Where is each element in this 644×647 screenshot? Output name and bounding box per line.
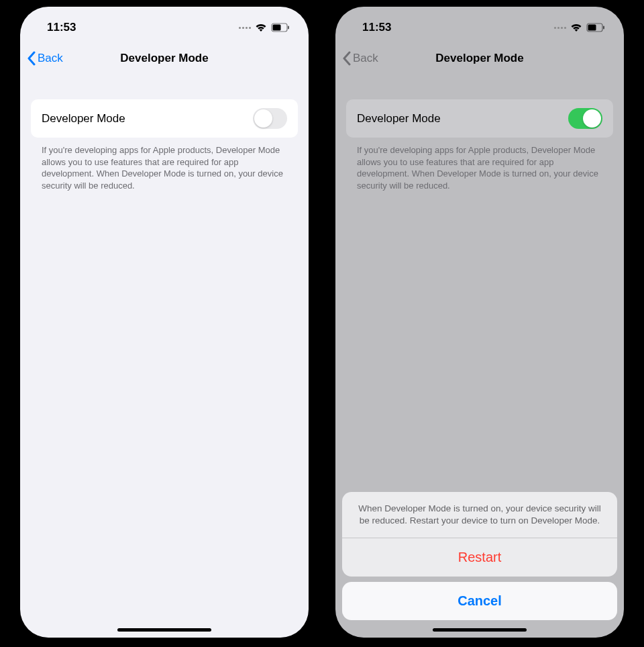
svg-rect-4 bbox=[588, 25, 596, 31]
battery-icon bbox=[586, 23, 605, 32]
phone-screenshot-left: 11:53 Back bbox=[20, 7, 309, 638]
page-title: Developer Mode bbox=[335, 52, 624, 65]
action-sheet-group: When Developer Mode is turned on, your d… bbox=[342, 492, 617, 577]
cancel-button[interactable]: Cancel bbox=[342, 582, 617, 620]
battery-icon bbox=[271, 23, 290, 32]
action-sheet: When Developer Mode is turned on, your d… bbox=[342, 492, 617, 620]
svg-rect-2 bbox=[288, 26, 289, 30]
clock-time: 11:53 bbox=[362, 21, 391, 34]
clock-time: 11:53 bbox=[47, 21, 76, 34]
developer-mode-label: Developer Mode bbox=[357, 112, 441, 126]
back-label: Back bbox=[353, 52, 378, 65]
phone-screenshot-right: 11:53 Back Developer Mode Developer bbox=[335, 7, 624, 638]
back-label: Back bbox=[38, 52, 63, 65]
back-button[interactable]: Back bbox=[27, 51, 63, 66]
restart-button[interactable]: Restart bbox=[342, 538, 617, 577]
chevron-left-icon bbox=[342, 51, 351, 66]
developer-mode-description: If you're developing apps for Apple prod… bbox=[31, 138, 298, 191]
toggle-knob bbox=[583, 109, 601, 128]
content-area: Developer Mode If you're developing apps… bbox=[20, 72, 309, 638]
developer-mode-row[interactable]: Developer Mode bbox=[31, 99, 298, 138]
developer-mode-row[interactable]: Developer Mode bbox=[346, 99, 613, 138]
nav-bar: Back Developer Mode bbox=[335, 44, 624, 72]
cellular-icon bbox=[554, 27, 566, 29]
svg-rect-5 bbox=[603, 26, 604, 30]
chevron-left-icon bbox=[27, 51, 36, 66]
developer-mode-toggle[interactable] bbox=[253, 108, 287, 129]
status-bar: 11:53 bbox=[335, 11, 624, 44]
toggle-knob bbox=[254, 109, 272, 128]
status-icons bbox=[554, 23, 605, 32]
developer-mode-label: Developer Mode bbox=[42, 112, 125, 126]
home-indicator[interactable] bbox=[117, 628, 211, 632]
home-indicator[interactable] bbox=[433, 628, 527, 632]
wifi-icon bbox=[570, 23, 582, 32]
nav-bar: Back Developer Mode bbox=[20, 44, 309, 72]
wifi-icon bbox=[255, 23, 267, 32]
developer-mode-toggle[interactable] bbox=[568, 108, 602, 129]
back-button[interactable]: Back bbox=[342, 51, 378, 66]
svg-rect-1 bbox=[273, 25, 281, 31]
status-icons bbox=[239, 23, 290, 32]
developer-mode-description: If you're developing apps for Apple prod… bbox=[346, 138, 613, 191]
page-title: Developer Mode bbox=[20, 52, 309, 65]
action-sheet-message: When Developer Mode is turned on, your d… bbox=[342, 492, 617, 538]
cellular-icon bbox=[239, 27, 251, 29]
status-bar: 11:53 bbox=[20, 11, 309, 44]
